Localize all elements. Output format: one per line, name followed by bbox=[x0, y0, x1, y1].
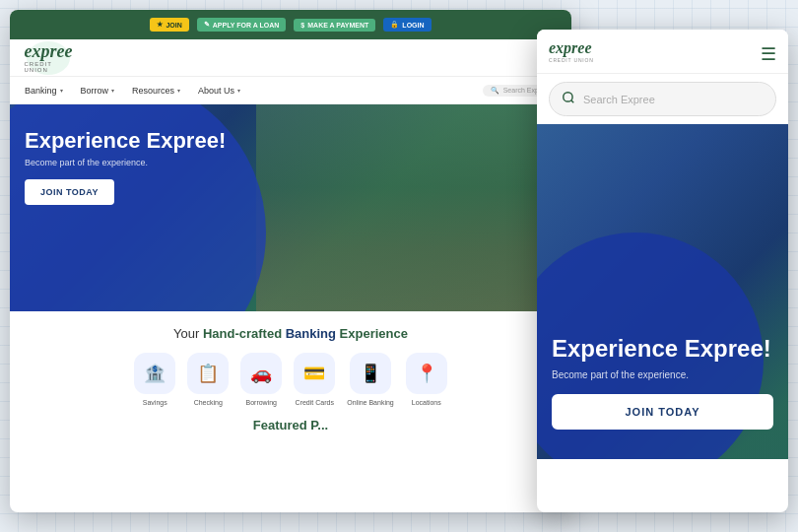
join-icon: ★ bbox=[157, 21, 163, 29]
mobile-logo-area: expree CREDIT UNION bbox=[549, 39, 594, 63]
service-online-banking[interactable]: 📱 Online Banking bbox=[347, 353, 393, 406]
online-banking-label: Online Banking bbox=[347, 399, 393, 406]
mobile-logo-tagline: CREDIT UNION bbox=[549, 57, 594, 63]
locations-label: Locations bbox=[412, 399, 441, 406]
nav-borrow[interactable]: Borrow ▾ bbox=[81, 86, 115, 96]
desktop-services: Your Hand-crafted Banking Experience 🏦 S… bbox=[10, 311, 571, 452]
mobile-search-bar[interactable]: Search Expree bbox=[549, 82, 776, 116]
borrowing-label: Borrowing bbox=[245, 399, 277, 406]
mobile-screenshot: expree CREDIT UNION ☰ Search Expree Expe… bbox=[537, 30, 788, 512]
locations-icon: 📍 bbox=[406, 353, 447, 394]
nav-banking[interactable]: Banking ▾ bbox=[25, 86, 63, 96]
featured-section-label: Featured P... bbox=[25, 406, 557, 437]
logo-name: expree bbox=[25, 42, 73, 60]
lock-icon: 🔒 bbox=[390, 21, 399, 29]
nav-resources[interactable]: Resources ▾ bbox=[132, 86, 180, 96]
service-locations[interactable]: 📍 Locations bbox=[406, 353, 447, 406]
services-heading: Your Hand-crafted Banking Experience bbox=[25, 326, 557, 341]
checking-icon: 📋 bbox=[187, 353, 229, 394]
banking-text: Banking bbox=[286, 326, 340, 341]
nav-about[interactable]: About Us ▾ bbox=[198, 86, 240, 96]
mobile-hero-title: Experience Expree! bbox=[552, 336, 773, 362]
mobile-join-today-button[interactable]: JOIN TODAY bbox=[552, 394, 773, 430]
mobile-logo-name: expree bbox=[549, 39, 594, 57]
payment-btn[interactable]: $ MAKE A PAYMENT bbox=[294, 19, 375, 32]
join-btn-topbar[interactable]: ★ JOIN bbox=[150, 18, 188, 32]
chevron-down-icon: ▾ bbox=[177, 87, 180, 94]
chevron-down-icon: ▾ bbox=[60, 87, 63, 94]
mobile-hero-content: Experience Expree! Become part of the ex… bbox=[552, 336, 773, 430]
dollar-icon: $ bbox=[300, 22, 304, 29]
services-icons-row: 🏦 Savings 📋 Checking 🚗 Borrowing 💳 Credi… bbox=[25, 353, 557, 406]
join-today-button[interactable]: JOIN TODAY bbox=[25, 179, 114, 205]
credit-cards-label: Credit Cards bbox=[296, 399, 334, 406]
login-btn[interactable]: 🔒 LOGIN bbox=[383, 18, 431, 32]
mobile-header: expree CREDIT UNION ☰ bbox=[537, 30, 788, 74]
credit-cards-icon: 💳 bbox=[294, 353, 335, 394]
desktop-topbar: ★ JOIN ✎ APPLY FOR A LOAN $ MAKE A PAYME… bbox=[10, 10, 571, 39]
checking-label: Checking bbox=[194, 399, 223, 406]
service-credit-cards[interactable]: 💳 Credit Cards bbox=[294, 353, 335, 406]
pencil-icon: ✎ bbox=[204, 21, 210, 29]
savings-icon: 🏦 bbox=[134, 353, 175, 394]
savings-label: Savings bbox=[143, 399, 167, 406]
desktop-header: expree CREDIT UNION bbox=[10, 39, 571, 77]
mobile-hero-subtitle: Become part of the experience. bbox=[552, 369, 773, 380]
svg-line-1 bbox=[571, 100, 574, 103]
search-placeholder-text: Search Expree bbox=[583, 94, 655, 105]
logo-tagline: CREDIT UNION bbox=[25, 61, 73, 73]
service-checking[interactable]: 📋 Checking bbox=[187, 353, 229, 406]
online-banking-icon: 📱 bbox=[350, 353, 391, 394]
hero-subtitle: Become part of the experience. bbox=[25, 158, 226, 167]
chevron-down-icon: ▾ bbox=[237, 87, 240, 94]
desktop-hero: Experience Expree! Become part of the ex… bbox=[10, 104, 571, 311]
experience-text: Experience bbox=[340, 326, 408, 341]
mobile-hamburger-icon[interactable]: ☰ bbox=[761, 39, 776, 65]
search-icon bbox=[562, 91, 575, 107]
apply-loan-btn[interactable]: ✎ APPLY FOR A LOAN bbox=[197, 18, 287, 32]
logo-area: expree CREDIT UNION bbox=[25, 39, 72, 77]
borrowing-icon: 🚗 bbox=[240, 353, 282, 394]
hero-title: Experience Expree! bbox=[25, 129, 226, 153]
svg-point-0 bbox=[564, 93, 572, 101]
search-icon: 🔍 bbox=[491, 87, 499, 95]
hero-building-photo bbox=[256, 104, 571, 311]
service-savings[interactable]: 🏦 Savings bbox=[134, 353, 175, 406]
hero-content: Experience Expree! Become part of the ex… bbox=[25, 129, 226, 205]
desktop-screenshot: ★ JOIN ✎ APPLY FOR A LOAN $ MAKE A PAYME… bbox=[10, 10, 571, 512]
chevron-down-icon: ▾ bbox=[111, 87, 114, 94]
service-borrowing[interactable]: 🚗 Borrowing bbox=[240, 353, 282, 406]
mobile-hero: Experience Expree! Become part of the ex… bbox=[537, 124, 788, 459]
desktop-nav: Banking ▾ Borrow ▾ Resources ▾ About Us … bbox=[10, 77, 571, 104]
hand-crafted-text: Hand-crafted bbox=[203, 326, 282, 341]
